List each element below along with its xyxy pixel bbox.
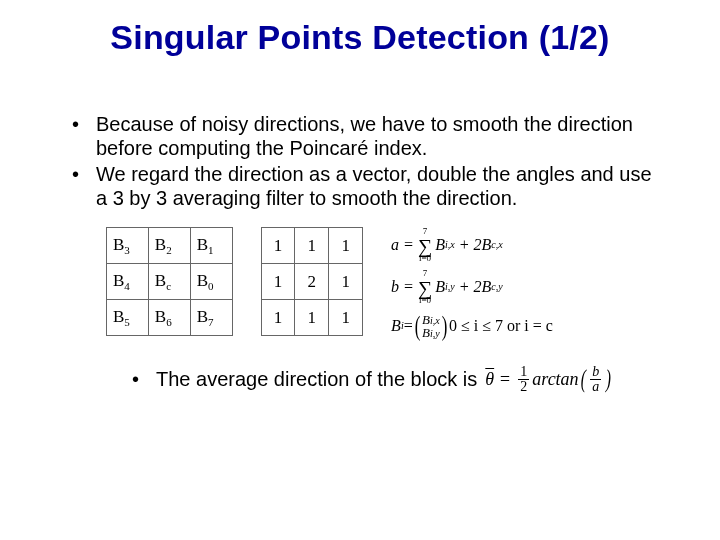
cell: B1 [190,228,232,264]
cell: Bc [148,264,190,300]
tables-row: B3 B2 B1 B4 Bc B0 B5 B6 B7 1 1 1 1 [60,213,660,357]
slide-title: Singular Points Detection (1/2) [0,0,720,57]
cell: 1 [261,300,295,336]
equation-a: a = 7∑i=0 Bi,x + 2Bc,x [391,227,503,263]
equation-b: b = 7∑i=0 Bi,y + 2Bc,y [391,269,503,305]
bullet-list: Because of noisy directions, we have to … [60,113,660,210]
cell: 1 [261,228,295,264]
neighbor-table: B3 B2 B1 B4 Bc B0 B5 B6 B7 [106,227,233,336]
cell: B0 [190,264,232,300]
cell: B6 [148,300,190,336]
bullet-item: We regard the direction as a vector, dou… [60,163,660,210]
cell: 2 [295,264,329,300]
cell: 1 [329,228,363,264]
bullet-item: Because of noisy directions, we have to … [60,113,660,160]
cell: 1 [261,264,295,300]
slide-body: Because of noisy directions, we have to … [0,57,720,394]
cell: B5 [107,300,149,336]
avg-direction-formula: θ = 12 arctan ( ba ) [485,365,613,394]
cell: 1 [329,264,363,300]
bottom-text: The average direction of the block is [120,368,477,391]
bottom-bullet: The average direction of the block is θ … [60,357,660,394]
equation-c: Bi = ( Bi,x Bi,y ) 0 ≤ i ≤ 7 or i = c [391,313,553,339]
cell: 1 [295,300,329,336]
cell: B3 [107,228,149,264]
equation-block: a = 7∑i=0 Bi,x + 2Bc,x b = 7∑i=0 Bi,y + … [391,227,660,347]
cell: 1 [329,300,363,336]
cell: B2 [148,228,190,264]
cell: 1 [295,228,329,264]
kernel-table: 1 1 1 1 2 1 1 1 1 [261,227,364,336]
cell: B7 [190,300,232,336]
cell: B4 [107,264,149,300]
